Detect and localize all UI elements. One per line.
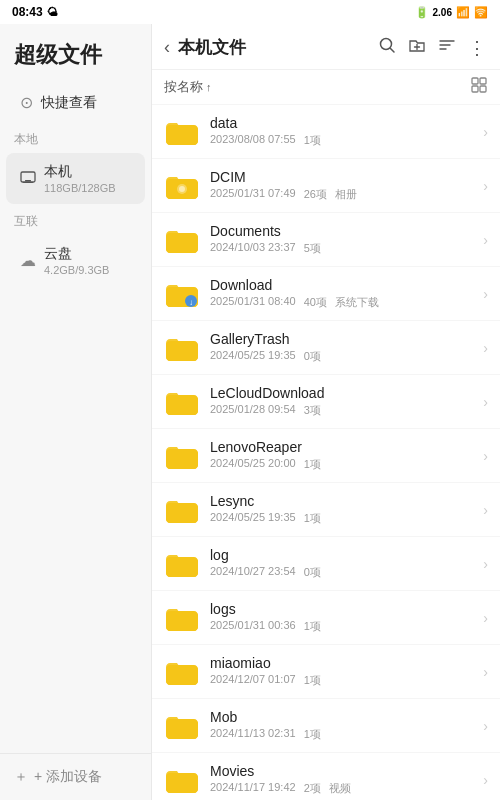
file-meta: 2024/10/03 23:37 5项	[210, 241, 473, 256]
add-device-button[interactable]: ＋ + 添加设备	[0, 753, 151, 800]
file-name: logs	[210, 601, 473, 617]
file-name: Documents	[210, 223, 473, 239]
file-item[interactable]: Documents 2024/10/03 23:37 5项 ›	[152, 213, 500, 267]
sidebar-item-cloud[interactable]: ☁ 云盘 4.2GB/9.3GB	[6, 235, 145, 286]
file-name: DCIM	[210, 169, 473, 185]
folder-icon	[164, 657, 200, 687]
file-tag: 系统下载	[335, 295, 379, 310]
folder-icon	[164, 387, 200, 417]
file-name: log	[210, 547, 473, 563]
back-button[interactable]: ‹	[164, 37, 170, 58]
file-date: 2024/05/25 19:35	[210, 349, 296, 364]
new-folder-button[interactable]	[406, 34, 428, 61]
grid-toggle-button[interactable]	[470, 76, 488, 98]
file-item[interactable]: log 2024/10/27 23:54 0项 ›	[152, 537, 500, 591]
svg-rect-2	[23, 182, 33, 183]
more-button[interactable]: ⋮	[466, 35, 488, 61]
file-info: Documents 2024/10/03 23:37 5项	[210, 223, 473, 256]
file-meta: 2025/01/31 07:49 26项 相册	[210, 187, 473, 202]
add-device-label: + 添加设备	[34, 768, 102, 786]
file-tag: 相册	[335, 187, 357, 202]
file-meta: 2024/05/25 19:35 0项	[210, 349, 473, 364]
sidebar: 超级文件 ⊙ 快捷查看 本地 本机 118GB/128GB 互联	[0, 24, 152, 800]
file-info: Download 2025/01/31 08:40 40项 系统下载	[210, 277, 473, 310]
file-name: GalleryTrash	[210, 331, 473, 347]
file-meta: 2025/01/31 00:36 1项	[210, 619, 473, 634]
status-time: 08:43	[12, 5, 43, 19]
file-item[interactable]: logs 2025/01/31 00:36 1项 ›	[152, 591, 500, 645]
chevron-right-icon: ›	[483, 664, 488, 680]
file-count: 3项	[304, 403, 321, 418]
file-info: GalleryTrash 2024/05/25 19:35 0项	[210, 331, 473, 364]
file-item[interactable]: Movies 2024/11/17 19:42 2项 视频 ›	[152, 753, 500, 800]
file-name: Movies	[210, 763, 473, 779]
sidebar-item-local[interactable]: 本机 118GB/128GB	[6, 153, 145, 204]
file-meta: 2023/08/08 07:55 1项	[210, 133, 473, 148]
svg-text:↓: ↓	[189, 298, 193, 307]
top-bar: ‹ 本机文件	[152, 24, 500, 70]
folder-icon	[164, 441, 200, 471]
file-info: logs 2025/01/31 00:36 1项	[210, 601, 473, 634]
chevron-right-icon: ›	[483, 394, 488, 410]
file-list: data 2023/08/08 07:55 1项 › DCIM 2025/01/…	[152, 105, 500, 800]
chevron-right-icon: ›	[483, 232, 488, 248]
folder-icon	[164, 225, 200, 255]
chevron-right-icon: ›	[483, 610, 488, 626]
local-section-label: 本地	[0, 123, 151, 152]
sort-button[interactable]	[436, 34, 458, 61]
search-button[interactable]	[376, 34, 398, 61]
file-item[interactable]: ↓ Download 2025/01/31 08:40 40项 系统下载 ›	[152, 267, 500, 321]
file-date: 2025/01/31 00:36	[210, 619, 296, 634]
file-item[interactable]: DCIM 2025/01/31 07:49 26项 相册 ›	[152, 159, 500, 213]
file-count: 1项	[304, 727, 321, 742]
local-icon	[20, 169, 36, 189]
file-item[interactable]: GalleryTrash 2024/05/25 19:35 0项 ›	[152, 321, 500, 375]
file-item[interactable]: LeCloudDownload 2025/01/28 09:54 3项 ›	[152, 375, 500, 429]
file-info: log 2024/10/27 23:54 0项	[210, 547, 473, 580]
file-count: 1项	[304, 133, 321, 148]
file-item[interactable]: data 2023/08/08 07:55 1项 ›	[152, 105, 500, 159]
file-tag: 视频	[329, 781, 351, 796]
file-item[interactable]: miaomiao 2024/12/07 01:07 1项 ›	[152, 645, 500, 699]
file-meta: 2024/05/25 19:35 1项	[210, 511, 473, 526]
file-info: Mob 2024/11/13 02:31 1项	[210, 709, 473, 742]
file-item[interactable]: LenovoReaper 2024/05/25 20:00 1项 ›	[152, 429, 500, 483]
file-name: Lesync	[210, 493, 473, 509]
file-date: 2024/05/25 20:00	[210, 457, 296, 472]
chevron-right-icon: ›	[483, 340, 488, 356]
file-count: 40项	[304, 295, 327, 310]
folder-icon: ↓	[164, 279, 200, 309]
file-item[interactable]: Lesync 2024/05/25 19:35 1项 ›	[152, 483, 500, 537]
file-item[interactable]: Mob 2024/11/13 02:31 1项 ›	[152, 699, 500, 753]
folder-icon	[164, 495, 200, 525]
file-date: 2025/01/31 07:49	[210, 187, 296, 202]
local-item-name: 本机	[44, 163, 116, 181]
folder-icon	[164, 603, 200, 633]
sort-bar: 按名称 ↑	[152, 70, 500, 105]
file-count: 1项	[304, 457, 321, 472]
sidebar-item-quickaccess[interactable]: ⊙ 快捷查看	[6, 83, 145, 122]
folder-icon	[164, 549, 200, 579]
file-name: Download	[210, 277, 473, 293]
cloud-item-sub: 4.2GB/9.3GB	[44, 264, 109, 276]
quickaccess-label: 快捷查看	[41, 94, 97, 112]
svg-point-3	[381, 39, 392, 50]
file-name: LeCloudDownload	[210, 385, 473, 401]
file-date: 2024/10/27 23:54	[210, 565, 296, 580]
chevron-right-icon: ›	[483, 448, 488, 464]
file-count: 2项	[304, 781, 321, 796]
file-date: 2023/08/08 07:55	[210, 133, 296, 148]
chevron-right-icon: ›	[483, 124, 488, 140]
file-name: miaomiao	[210, 655, 473, 671]
folder-icon	[164, 117, 200, 147]
file-meta: 2024/05/25 20:00 1项	[210, 457, 473, 472]
folder-icon	[164, 171, 200, 201]
status-extra: 🌤	[47, 6, 58, 18]
file-meta: 2024/12/07 01:07 1项	[210, 673, 473, 688]
file-info: miaomiao 2024/12/07 01:07 1项	[210, 655, 473, 688]
cloud-item-name: 云盘	[44, 245, 109, 263]
file-date: 2025/01/28 09:54	[210, 403, 296, 418]
file-info: Movies 2024/11/17 19:42 2项 视频	[210, 763, 473, 796]
folder-icon	[164, 333, 200, 363]
sort-label[interactable]: 按名称 ↑	[164, 78, 212, 96]
